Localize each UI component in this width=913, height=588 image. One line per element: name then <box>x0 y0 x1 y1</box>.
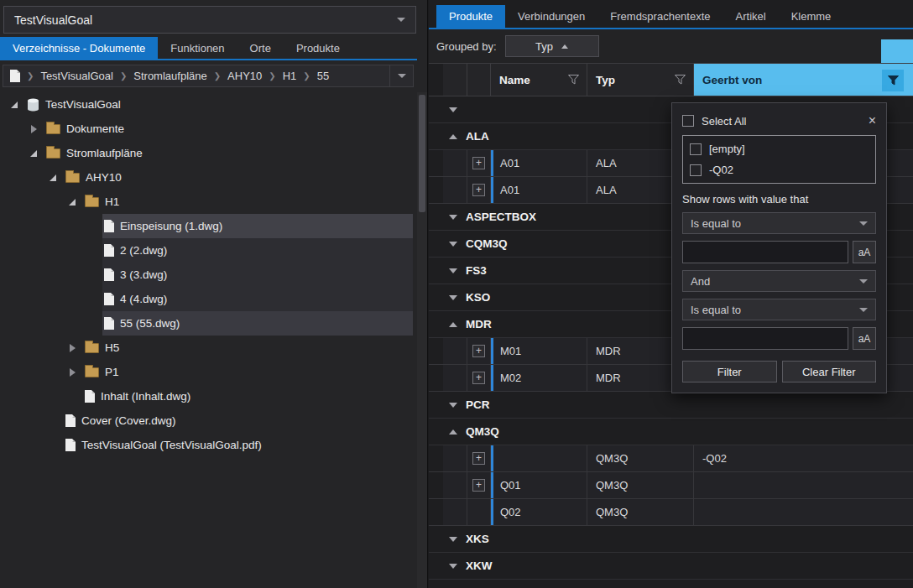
project-selector[interactable]: TestVisualGoal <box>3 6 416 34</box>
tab-funktionen[interactable]: Funktionen <box>158 37 237 59</box>
scrollbar-thumb[interactable] <box>419 95 425 212</box>
tree-expander-icon[interactable] <box>65 341 80 356</box>
collapse-group-icon[interactable] <box>449 564 457 569</box>
group-label: KSO <box>466 291 490 304</box>
group-row-xkw[interactable]: XKW <box>429 553 913 580</box>
active-filter-button[interactable] <box>882 70 904 91</box>
filter-value-option[interactable]: -Q02 <box>690 160 869 180</box>
expand-row-button[interactable]: + <box>472 452 485 465</box>
filter-operator-select[interactable]: And <box>682 270 876 292</box>
tree-item-2[interactable]: 2 (2.dwg) <box>0 238 413 263</box>
tab-artikel[interactable]: Artikel <box>723 5 779 28</box>
tab-klemme[interactable]: Klemme <box>779 5 844 28</box>
filter-value-input-1[interactable] <box>682 241 848 263</box>
tab-label: Produkte <box>296 42 340 55</box>
collapse-group-icon[interactable] <box>449 322 457 327</box>
breadcrumb-item[interactable]: Stromlaufpläne <box>133 70 206 82</box>
collapse-group-icon[interactable] <box>449 134 457 139</box>
collapse-group-icon[interactable] <box>449 429 457 434</box>
collapse-group-icon[interactable] <box>449 295 457 300</box>
tree-item-einspeisung[interactable]: Einspeisung (1.dwg) <box>0 214 413 238</box>
expand-row-button[interactable]: + <box>472 479 485 492</box>
tree-item-h5[interactable]: H5 <box>0 336 413 360</box>
collapse-group-icon[interactable] <box>449 242 457 247</box>
breadcrumb-item[interactable]: AHY10 <box>227 70 262 82</box>
tree-item-h1[interactable]: H1 <box>0 190 413 214</box>
match-case-button[interactable]: aA <box>853 327 876 350</box>
expand-row-button[interactable]: + <box>472 184 485 196</box>
tree-scrollbar[interactable] <box>417 92 427 588</box>
filter-button[interactable]: Filter <box>682 361 777 382</box>
tree-item-p1[interactable]: P1 <box>0 360 413 384</box>
tree-item-cover[interactable]: Cover (Cover.dwg) <box>0 408 413 433</box>
cell-name: M01 <box>491 338 587 364</box>
group-label: CQM3Q <box>466 237 508 250</box>
tree-item-testvisualgoal[interactable]: TestVisualGoal <box>0 92 413 117</box>
column-header-typ[interactable]: Typ <box>587 64 694 96</box>
tree-expander-icon[interactable] <box>45 170 60 185</box>
expand-row-button[interactable]: + <box>472 157 485 169</box>
tree-expander-icon[interactable] <box>65 195 80 210</box>
cell-typ: QM3Q <box>587 472 694 498</box>
tree-expander-icon[interactable] <box>26 122 41 137</box>
tab-fremdsprachentexte[interactable]: Fremdsprachentexte <box>597 5 723 28</box>
filter-icon[interactable] <box>568 75 579 85</box>
collapse-group-icon[interactable] <box>449 268 457 273</box>
table-row[interactable]: Q02 QM3Q <box>429 499 913 526</box>
tree-indent-spacer <box>84 316 99 331</box>
filter-icon <box>888 75 899 86</box>
tree-item-testvisualgoal-pdf[interactable]: TestVisualGoal (TestVisualGoal.pdf) <box>0 433 413 457</box>
close-icon[interactable]: × <box>869 114 876 127</box>
group-by-button[interactable]: Typ <box>505 35 599 57</box>
match-case-button[interactable]: aA <box>853 241 876 263</box>
column-header-name[interactable]: Name <box>491 64 587 96</box>
collapse-group-icon[interactable] <box>449 215 457 220</box>
tab-orte[interactable]: Orte <box>237 37 284 59</box>
table-row[interactable]: + Q01 QM3Q <box>429 472 913 499</box>
document-icon <box>65 414 76 427</box>
collapse-group-icon[interactable] <box>449 537 457 542</box>
tree-item-ahy10[interactable]: AHY10 <box>0 165 413 190</box>
tree-expander-icon[interactable] <box>26 146 41 161</box>
breadcrumb-item[interactable]: H1 <box>283 70 297 82</box>
expand-row-button[interactable]: + <box>472 372 485 384</box>
tree-item-3[interactable]: 3 (3.dwg) <box>0 263 413 287</box>
select-all-checkbox[interactable] <box>682 115 694 127</box>
cell-typ: QM3Q <box>587 499 694 525</box>
tab-verzeichnisse-dokumente[interactable]: Verzeichnisse - Dokumente <box>0 37 158 59</box>
document-icon <box>85 390 95 403</box>
breadcrumb-item[interactable]: 55 <box>317 70 329 82</box>
collapse-group-icon[interactable] <box>449 107 457 112</box>
folder-icon <box>85 367 99 377</box>
tree-item-55[interactable]: 55 (55.dwg) <box>0 311 413 336</box>
group-row-qm3q[interactable]: QM3Q <box>429 419 913 445</box>
tab-produkte[interactable]: Produkte <box>436 5 505 28</box>
tree-item-dokumente[interactable]: Dokumente <box>0 117 413 141</box>
breadcrumb-dropdown-button[interactable] <box>389 65 406 86</box>
expand-row-button[interactable]: + <box>472 345 485 357</box>
filter-value-option[interactable]: [empty] <box>690 139 869 159</box>
tree-item-inhalt[interactable]: Inhalt (Inhalt.dwg) <box>0 384 413 408</box>
cell-typ: QM3Q <box>587 445 694 471</box>
collapse-group-icon[interactable] <box>449 403 457 408</box>
group-row-xks[interactable]: XKS <box>429 526 913 553</box>
tree-expander-icon[interactable] <box>7 97 22 112</box>
value-checkbox[interactable] <box>690 164 702 176</box>
tree-expander-icon[interactable] <box>65 365 80 380</box>
table-row[interactable]: + QM3Q -Q02 <box>429 445 913 472</box>
document-icon <box>65 439 76 451</box>
tab-verbindungen[interactable]: Verbindungen <box>505 5 597 28</box>
breadcrumb-item[interactable]: TestVisualGoal <box>40 70 112 82</box>
tree-item-4[interactable]: 4 (4.dwg) <box>0 287 413 311</box>
group-row-pcr[interactable]: PCR <box>429 392 913 419</box>
tree-item-stromlaufplaene[interactable]: Stromlaufpläne <box>0 141 413 165</box>
tab-produkte-left[interactable]: Produkte <box>284 37 352 59</box>
tree-indent-spacer <box>65 389 80 404</box>
filter-icon[interactable] <box>675 75 686 85</box>
filter-value-input-2[interactable] <box>682 327 848 350</box>
filter-condition-select-1[interactable]: Is equal to <box>682 212 876 234</box>
value-checkbox[interactable] <box>690 143 702 155</box>
filter-condition-select-2[interactable]: Is equal to <box>682 299 876 320</box>
clear-filter-button[interactable]: Clear Filter <box>782 361 877 382</box>
column-header-geerbt-von[interactable]: Geerbt von <box>694 64 913 96</box>
